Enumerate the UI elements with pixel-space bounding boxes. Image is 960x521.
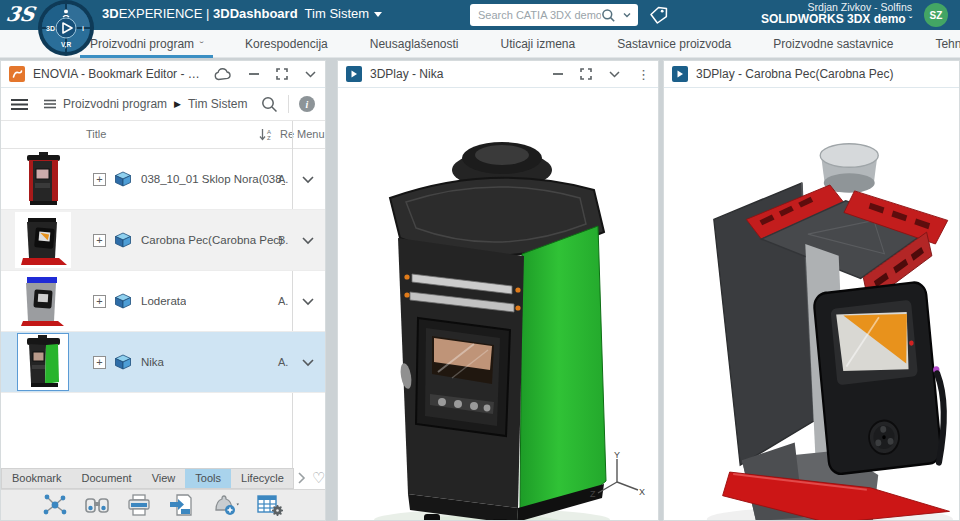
print-icon[interactable] (126, 493, 152, 517)
dashboard-tab-bar: Proizvodni programˇ Korespodencija Neusa… (0, 30, 960, 58)
more-options-icon[interactable]: ⋮ (637, 68, 650, 81)
search-icon[interactable] (601, 8, 616, 23)
user-name: Srdjan Zivkov - Solfins (761, 1, 912, 13)
svg-text:Z: Z (590, 489, 596, 499)
tab-proizvodne-sastavnice[interactable]: Proizvodne sastavnice (771, 31, 895, 57)
expand-plus-icon[interactable]: + (93, 356, 106, 369)
svg-text:3D: 3D (46, 25, 55, 32)
axis-triad: Y X Z (588, 450, 646, 508)
3dplay-nika-header: 3DPlay - Nika ⋮ (338, 61, 658, 88)
impact-graph-icon[interactable] (42, 493, 68, 517)
tab-document[interactable]: Document (72, 469, 142, 488)
tab-bookmark[interactable]: Bookmark (2, 469, 72, 488)
list-icon[interactable] (44, 99, 56, 109)
dashboard-tabs: Proizvodni programˇ Korespodencija Neusa… (88, 31, 960, 57)
row-thumbnail[interactable] (1, 334, 85, 391)
tab-tehnologija[interactable]: Tehnologija (933, 31, 960, 57)
table-settings-icon[interactable] (256, 493, 284, 517)
product-cube-icon (114, 171, 132, 187)
table-row[interactable]: + Loderata A. (1, 271, 325, 332)
favorite-heart-icon[interactable]: ♡ (312, 469, 325, 487)
row-title[interactable]: 038_10_01 Sklop Nora(038_10_0... (141, 173, 285, 185)
tab-uticaji-izmena[interactable]: Uticaji izmena (499, 31, 578, 57)
bookmark-list: + 038_10_01 Sklop Nora(038_10_0... A. (1, 149, 325, 393)
tab-sastavnice-proizvoda[interactable]: Sastavnice proizvoda (615, 31, 733, 57)
bookmark-editor-panel: ENOVIA - Bookmark Editor - Firm... Proiz… (0, 60, 326, 521)
dashboard-caret-icon[interactable] (374, 12, 382, 17)
svg-text:Y: Y (614, 450, 620, 460)
app-title: 3DEXPERIENCE | 3DDashboard Tim Sistem (102, 6, 382, 21)
3dplay-carobna-header: 3DPlay - Carobna Pec(Carobna Pec) (664, 61, 959, 88)
carobna-3d-viewport[interactable] (664, 88, 959, 520)
info-icon[interactable]: i (299, 96, 315, 112)
tag-icon[interactable] (648, 5, 669, 26)
expand-plus-icon[interactable]: + (93, 295, 106, 308)
subscribe-bell-icon[interactable] (210, 493, 240, 517)
collapse-chevron-icon[interactable] (608, 70, 621, 79)
bookmark-footer-tabs: Bookmark Document View Tools Lifecycle (1, 468, 294, 489)
row-menu-chevron-icon[interactable] (301, 175, 315, 184)
search-options-chevron-icon[interactable] (620, 9, 634, 21)
expand-plus-icon[interactable]: + (93, 234, 106, 247)
row-revision: A. (278, 356, 288, 368)
panel-title: 3DPlay - Carobna Pec(Carobna Pec) (696, 67, 951, 81)
filter-search-icon[interactable] (261, 96, 278, 113)
tab-tools[interactable]: Tools (185, 469, 231, 488)
tab-view[interactable]: View (142, 469, 186, 488)
avatar[interactable]: SZ (924, 3, 948, 27)
binoculars-search-icon[interactable] (84, 493, 110, 517)
product-cube-icon (114, 293, 132, 309)
nika-3d-viewport[interactable]: Y X Z (338, 88, 658, 520)
tab-korespodencija[interactable]: Korespodencija (243, 31, 330, 57)
cloud-icon[interactable] (214, 68, 232, 81)
row-revision: A. (278, 173, 288, 185)
table-row-selected[interactable]: + Nika A. (1, 332, 325, 393)
row-menu-chevron-icon[interactable] (301, 358, 315, 367)
row-title[interactable]: Loderata (141, 295, 186, 307)
tabs-overflow-chevron-icon[interactable] (297, 471, 306, 485)
menu-icon[interactable] (11, 98, 28, 111)
collapse-chevron-icon[interactable] (304, 70, 317, 79)
panel-title: 3DPlay - Nika (370, 67, 544, 81)
row-menu-chevron-icon[interactable] (301, 297, 315, 306)
dashboard-name: Tim Sistem (305, 6, 370, 21)
svg-text:A: A (267, 129, 271, 135)
row-title[interactable]: Carobna Pec(Carobna Pec) (141, 234, 283, 246)
enovia-app-icon (9, 66, 25, 82)
column-menu: Menu (297, 128, 325, 140)
maximize-icon[interactable] (580, 68, 592, 80)
minimize-icon[interactable] (552, 68, 564, 80)
product-cube-icon (114, 232, 132, 248)
carobna-stove-model[interactable] (698, 126, 953, 520)
tab-lifecycle[interactable]: Lifecycle (231, 469, 294, 488)
row-thumbnail[interactable] (1, 273, 85, 330)
maximize-icon[interactable] (276, 68, 288, 80)
search-input[interactable] (478, 9, 601, 21)
row-menu-chevron-icon[interactable] (301, 236, 315, 245)
product-cube-icon (114, 354, 132, 370)
global-search[interactable] (470, 4, 638, 26)
minimize-icon[interactable] (248, 68, 260, 80)
nika-stove-model[interactable] (372, 126, 610, 520)
row-thumbnail[interactable] (1, 212, 85, 269)
row-title[interactable]: Nika (141, 356, 164, 368)
breadcrumb-root[interactable]: Proizvodni program (63, 97, 167, 111)
breadcrumb-leaf[interactable]: Tim Sistem (188, 97, 248, 111)
table-row[interactable]: + Carobna Pec(Carobna Pec) B. (1, 210, 325, 271)
bookmark-toolbar: Proizvodni program ▶ Tim Sistem i (1, 88, 325, 121)
top-bar: 3S 3D i V,R 3DEXPERIENCE | 3DDashboard T… (0, 0, 960, 30)
3dexperience-compass-icon[interactable]: 3D i V,R (36, 0, 96, 59)
user-info[interactable]: Srdjan Zivkov - Solfins SOLIDWORKS 3DX d… (761, 1, 912, 27)
expand-plus-icon[interactable]: + (93, 173, 106, 186)
row-thumbnail[interactable] (1, 151, 85, 208)
tab-caret-icon: ˇ (199, 40, 203, 50)
tab-proizvodni-program[interactable]: Proizvodni programˇ (88, 31, 205, 57)
svg-text:i: i (82, 25, 84, 32)
column-title[interactable]: Title (86, 128, 106, 140)
tenant-name: SOLIDWORKS 3DX demo (761, 12, 906, 26)
breadcrumb: Proizvodni program ▶ Tim Sistem (44, 97, 248, 111)
table-row[interactable]: + 038_10_01 Sklop Nora(038_10_0... A. (1, 149, 325, 210)
export-csv-icon[interactable] (168, 493, 194, 517)
sort-icon[interactable]: A Z (259, 128, 273, 141)
tab-neusaglasenosti[interactable]: Neusaglašenosti (368, 31, 461, 57)
